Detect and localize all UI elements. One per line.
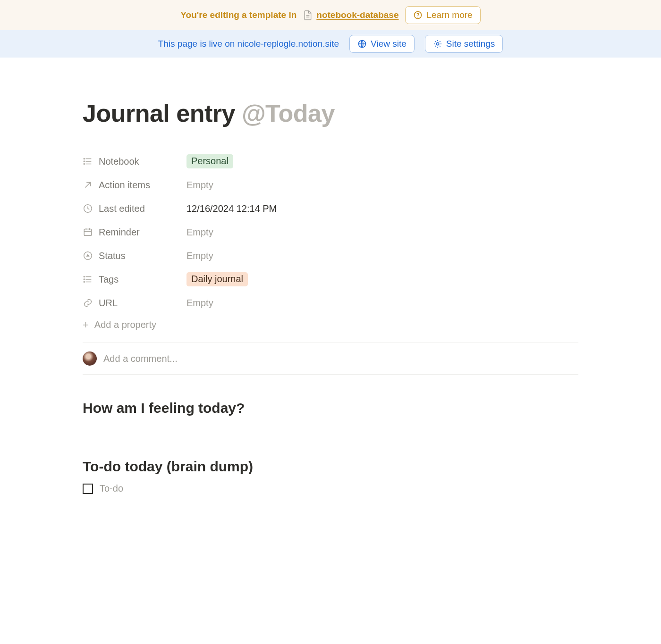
plus-icon: + — [83, 320, 89, 330]
page-title-text: Journal entry — [83, 100, 242, 127]
view-site-label: View site — [371, 39, 407, 49]
property-tags[interactable]: Tags Daily journal — [83, 268, 578, 291]
property-list: Notebook Personal Action items Empty Las… — [83, 150, 578, 330]
svg-point-5 — [84, 161, 85, 162]
calendar-icon — [83, 227, 93, 237]
globe-icon — [357, 39, 367, 49]
property-value: 12/16/2024 12:14 PM — [186, 203, 277, 214]
svg-point-11 — [84, 276, 85, 277]
page-live-banner: This page is live on nicole-replogle.not… — [0, 30, 661, 58]
property-last-edited[interactable]: Last edited 12/16/2024 12:14 PM — [83, 197, 578, 220]
property-notebook[interactable]: Notebook Personal — [83, 150, 578, 173]
property-key: Action items — [83, 180, 186, 191]
section-heading-feeling[interactable]: How am I feeling today? — [83, 400, 578, 416]
template-banner-lead: You're editing a template in — [180, 10, 297, 20]
page-content: Journal entry @Today Notebook Personal A… — [83, 58, 578, 522]
gear-icon — [433, 39, 442, 49]
property-url[interactable]: URL Empty — [83, 291, 578, 315]
relation-arrow-icon — [83, 180, 93, 190]
list-icon — [83, 274, 93, 284]
property-key: Status — [83, 251, 186, 261]
property-value[interactable]: Empty — [186, 227, 213, 238]
template-edit-banner: You're editing a template in notebook-da… — [0, 0, 661, 30]
page-title-mention[interactable]: @Today — [242, 100, 335, 127]
svg-point-1 — [418, 17, 419, 17]
svg-point-13 — [84, 282, 85, 283]
template-source-link[interactable]: notebook-database — [303, 9, 398, 21]
todo-item[interactable]: To-do — [83, 483, 578, 494]
site-settings-label: Site settings — [446, 39, 495, 49]
property-key: Last edited — [83, 203, 186, 214]
add-property-button[interactable]: + Add a property — [83, 319, 156, 330]
site-settings-button[interactable]: Site settings — [425, 35, 503, 53]
todo-placeholder: To-do — [100, 483, 123, 494]
clock-icon — [83, 203, 93, 214]
svg-point-4 — [84, 159, 85, 159]
template-source-link-text[interactable]: notebook-database — [316, 10, 398, 20]
property-key: Reminder — [83, 227, 186, 238]
add-property-label: Add a property — [94, 319, 156, 330]
svg-rect-8 — [84, 229, 92, 236]
property-value[interactable]: Daily journal — [186, 272, 248, 286]
property-value[interactable]: Empty — [186, 251, 213, 261]
divider — [83, 374, 578, 375]
svg-point-3 — [436, 42, 439, 45]
avatar — [83, 351, 97, 366]
comment-composer[interactable]: Add a comment... — [83, 343, 578, 374]
help-circle-icon — [413, 10, 423, 20]
property-key: URL — [83, 298, 186, 309]
svg-point-12 — [84, 279, 85, 280]
property-status[interactable]: Status Empty — [83, 244, 578, 268]
property-action-items[interactable]: Action items Empty — [83, 173, 578, 197]
page-live-text: This page is live on nicole-replogle.not… — [158, 39, 339, 49]
view-site-button[interactable]: View site — [349, 35, 415, 53]
list-icon — [83, 156, 93, 167]
learn-more-label: Learn more — [426, 10, 472, 20]
page-title[interactable]: Journal entry @Today — [83, 100, 578, 127]
learn-more-button[interactable]: Learn more — [405, 6, 480, 24]
property-value[interactable]: Empty — [186, 298, 213, 309]
property-reminder[interactable]: Reminder Empty — [83, 220, 578, 244]
link-icon — [83, 298, 93, 308]
status-icon — [83, 251, 93, 261]
property-value[interactable]: Empty — [186, 180, 213, 191]
svg-point-6 — [84, 164, 85, 165]
property-key: Notebook — [83, 156, 186, 167]
property-key: Tags — [83, 274, 186, 285]
property-value[interactable]: Personal — [186, 154, 233, 168]
document-icon — [303, 9, 313, 21]
comment-placeholder: Add a comment... — [103, 353, 178, 364]
section-heading-todo[interactable]: To-do today (brain dump) — [83, 459, 578, 475]
svg-marker-10 — [86, 254, 89, 257]
todo-checkbox[interactable] — [83, 484, 93, 494]
